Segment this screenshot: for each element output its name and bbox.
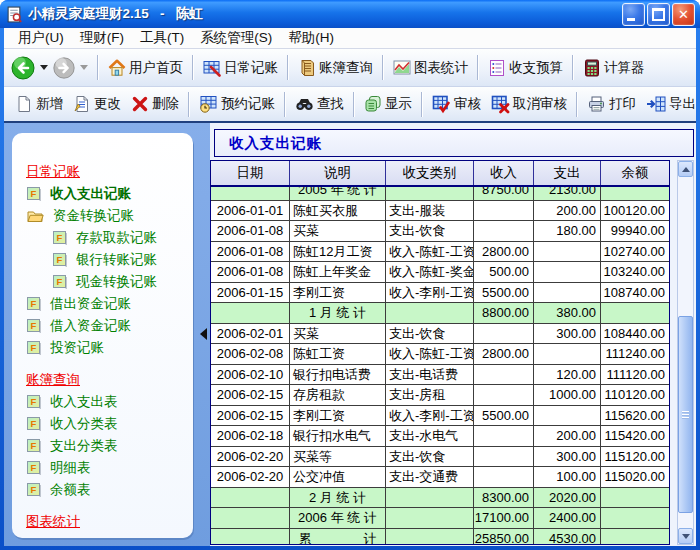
table-cell — [601, 508, 669, 528]
sidebar-item-balance-table[interactable]: F余额表 — [12, 479, 193, 501]
f-icon: F — [27, 187, 41, 201]
toolbar-export-label: 导出 — [669, 95, 696, 113]
table-row[interactable]: 2006-02-15李刚工资收入-李刚-工资5500.00115620.00 — [211, 406, 669, 427]
table-row[interactable]: 2006-02-15存房租款支出-房租1000.00110120.00 — [211, 385, 669, 406]
sidebar-item-expense-category-table[interactable]: F支出分类表 — [12, 435, 193, 457]
toolbar-delete[interactable]: 删除 — [126, 92, 184, 116]
sidebar-item-bank-transfer[interactable]: F银行转账记账 — [12, 249, 193, 271]
toolbar-audit[interactable]: 审核 — [427, 92, 486, 117]
svg-text:F: F — [31, 418, 37, 429]
table-row[interactable]: 2 月 统 计8300.002020.00 — [211, 488, 669, 509]
table-row[interactable]: 2006-02-20买菜等支出-饮食300.00115120.00 — [211, 447, 669, 468]
table-row[interactable]: 累 计25850.004530.00 — [211, 529, 669, 545]
sidebar-item-deposit-withdraw[interactable]: F存款取款记账 — [12, 227, 193, 249]
toolbar-print[interactable]: 打印 — [582, 92, 641, 116]
table-cell: 1000.00 — [534, 385, 601, 405]
table-cell: 2006-02-18 — [211, 426, 290, 446]
toolbar-daily-bookkeeping[interactable]: 日常记账 — [198, 56, 283, 80]
toolbar-calculator[interactable]: 计算器 — [578, 56, 650, 80]
table-cell: 收入-陈虹-工资 — [386, 242, 474, 262]
toolbar-scheduled-bookkeeping[interactable]: 预约记账 — [194, 92, 280, 116]
f-icon: F — [27, 341, 41, 355]
f-icon: F — [53, 253, 67, 267]
forward-button[interactable] — [52, 56, 76, 80]
minimize-button[interactable] — [622, 3, 645, 26]
menu-system[interactable]: 系统管理(S) — [192, 28, 280, 48]
table-cell — [211, 303, 290, 323]
toolbar-user-home[interactable]: 用户首页 — [103, 56, 188, 80]
table-row[interactable]: 2005 年 统 计8750.002130.00 — [211, 187, 669, 201]
table-row[interactable]: 2006-01-08买菜支出-饮食180.0099940.00 — [211, 221, 669, 242]
svg-text:F: F — [57, 276, 63, 287]
sidebar-item-fund-transfer-bookkeeping[interactable]: 资金转换记账 — [12, 205, 193, 227]
table-cell: 17100.00 — [474, 508, 534, 528]
toolbar-separator — [421, 92, 423, 117]
toolbar-separator — [576, 92, 578, 117]
table-row[interactable]: 2006-02-08陈虹工资收入-陈虹-工资2800.00111240.00 — [211, 344, 669, 365]
sidebar-item-lend-funds[interactable]: F借出资金记账 — [12, 293, 193, 315]
toolbar-separator — [284, 92, 286, 117]
sidebar-item-income-expense-table[interactable]: F收入支出表 — [12, 391, 193, 413]
menu-tools[interactable]: 工具(T) — [132, 28, 192, 48]
table-cell: 115420.00 — [601, 426, 669, 446]
table-row[interactable]: 2006-02-18银行扣水电气支出-水电气200.00115420.00 — [211, 426, 669, 447]
toolbar-new[interactable]: 新增 — [10, 92, 68, 116]
sidebar-item-borrow-funds[interactable]: F借入资金记账 — [12, 315, 193, 337]
table-row[interactable]: 2006 年 统 计17100.002400.00 — [211, 508, 669, 529]
scrollbar-thumb[interactable] — [678, 316, 693, 513]
table-row[interactable]: 2006-02-20公交冲值支出-交通费100.00115020.00 — [211, 467, 669, 488]
edit-toolbar: 新增更改删除预约记账查找显示审核取消审核打印导出 — [4, 87, 696, 123]
title-bar[interactable]: 小精灵家庭理财2.15 - 陈虹 ✕ — [0, 0, 700, 28]
forward-dropdown-icon[interactable] — [80, 65, 88, 70]
table-cell: 110120.00 — [601, 385, 669, 405]
table-row[interactable]: 2006-01-01陈虹买衣服支出-服装200.00100120.00 — [211, 201, 669, 222]
scroll-down-button[interactable] — [678, 528, 693, 544]
table-cell: 8800.00 — [474, 303, 534, 323]
table-cell — [534, 344, 601, 364]
sidebar-item-income-expense-bookkeeping[interactable]: F收入支出记账 — [12, 183, 193, 205]
sidebar-item-borrow-funds-label: 借入资金记账 — [50, 317, 131, 335]
table-row[interactable]: 2006-01-08陈虹12月工资收入-陈虹-工资2800.00102740.0… — [211, 242, 669, 263]
toolbar-budget[interactable]: 收支预算 — [483, 56, 568, 80]
table-row[interactable]: 2006-02-01买菜支出-饮食300.00108440.00 — [211, 324, 669, 345]
table-cell — [534, 242, 601, 262]
back-dropdown-icon[interactable] — [40, 65, 48, 70]
table-row[interactable]: 2006-02-10银行扣电话费支出-电话费120.00111120.00 — [211, 365, 669, 386]
table-cell: 300.00 — [534, 324, 601, 344]
toolbar-find[interactable]: 查找 — [290, 92, 349, 116]
close-button[interactable]: ✕ — [672, 3, 695, 26]
toolbar-export[interactable]: 导出 — [641, 92, 700, 116]
menu-user[interactable]: 用户(U) — [10, 28, 72, 48]
sidebar-item-income-category-table[interactable]: F收入分类表 — [12, 413, 193, 435]
sidebar-item-cash-conversion[interactable]: F现金转换记账 — [12, 271, 193, 293]
toolbar-modify[interactable]: 更改 — [68, 92, 126, 116]
toolbar-display[interactable]: 显示 — [359, 92, 417, 116]
toolbar-account-query[interactable]: 账簿查询 — [293, 56, 378, 80]
toolbar-daily-bookkeeping-label: 日常记账 — [224, 59, 278, 77]
table-row[interactable]: 2006-01-15李刚工资收入-李刚-工资5500.00108740.00 — [211, 283, 669, 304]
table-cell: 2006-02-20 — [211, 467, 290, 487]
toolbar-chart-statistics[interactable]: 图表统计 — [388, 56, 473, 80]
vertical-scrollbar[interactable] — [677, 160, 694, 545]
table-row[interactable]: 2006-01-08陈虹上年奖金收入-陈虹-奖金500.00103240.00 — [211, 262, 669, 283]
table-cell: 收入-陈虹-工资 — [386, 344, 474, 364]
sidebar-item-investment[interactable]: F投资记账 — [12, 337, 193, 359]
menu-help[interactable]: 帮助(H) — [280, 28, 342, 48]
toolbar-cancel-audit[interactable]: 取消审核 — [486, 92, 572, 117]
table-cell: 2006-02-20 — [211, 447, 290, 467]
table-cell: 支出-房租 — [386, 385, 474, 405]
table-cell: 2006-02-15 — [211, 385, 290, 405]
sidebar-item-detail-table[interactable]: F明细表 — [12, 457, 193, 479]
sidebar-item-expense-category-table-label: 支出分类表 — [50, 437, 118, 455]
table-cell — [474, 426, 534, 446]
scroll-up-button[interactable] — [678, 161, 693, 177]
menu-finance[interactable]: 理财(F) — [72, 28, 132, 48]
records-table: 日期说明收支类别收入支出余额 2005 年 统 计8750.002130.002… — [210, 160, 670, 545]
table-row[interactable]: 1 月 统 计8800.00380.00 — [211, 303, 669, 324]
table-body[interactable]: 2005 年 统 计8750.002130.002006-01-01陈虹买衣服支… — [211, 187, 669, 544]
grid-check-icon — [432, 95, 451, 114]
back-button[interactable] — [10, 55, 36, 81]
maximize-button[interactable] — [647, 3, 670, 26]
table-cell: 支出-饮食 — [386, 324, 474, 344]
sidebar-collapse-icon[interactable] — [200, 328, 207, 340]
